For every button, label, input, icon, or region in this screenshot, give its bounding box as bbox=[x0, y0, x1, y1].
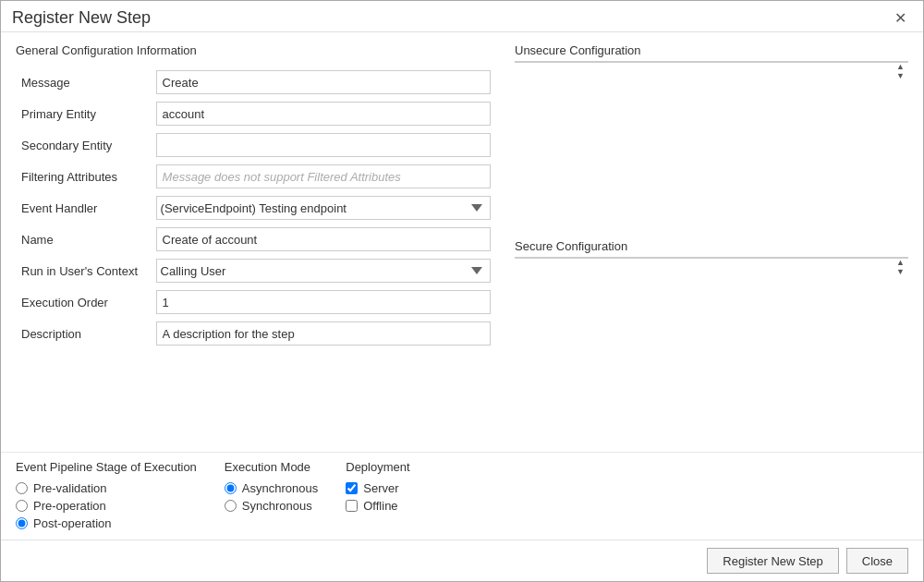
secondary-entity-label: Secondary Entity bbox=[16, 129, 151, 161]
exec-mode-title: Execution Mode bbox=[225, 460, 318, 474]
pipeline-postoperation-radio[interactable] bbox=[16, 517, 28, 529]
deployment-title: Deployment bbox=[346, 460, 409, 474]
main-content: General Configuration Information Messag… bbox=[1, 32, 923, 452]
run-in-context-label: Run in User's Context bbox=[16, 255, 151, 286]
deployment-server[interactable]: Server bbox=[346, 481, 409, 495]
dialog-title: Register New Step bbox=[12, 8, 151, 28]
unsecure-config-box: ▲ ▼ bbox=[515, 61, 908, 63]
pipeline-preoperation-label: Pre-operation bbox=[33, 499, 106, 513]
primary-entity-input[interactable] bbox=[156, 102, 491, 126]
exec-mode-sync-radio[interactable] bbox=[225, 500, 237, 512]
message-label: Message bbox=[16, 67, 151, 98]
bottom-columns: Event Pipeline Stage of Execution Pre-va… bbox=[16, 460, 908, 530]
deployment-server-checkbox[interactable] bbox=[346, 482, 358, 494]
secure-config-box: ▲ ▼ bbox=[515, 257, 908, 259]
run-in-context-row: Run in User's Context Calling User bbox=[16, 255, 496, 286]
pipeline-prevalidation[interactable]: Pre-validation bbox=[16, 481, 197, 495]
unsecure-scroll-down[interactable]: ▼ bbox=[894, 71, 908, 80]
secure-scroll-up[interactable]: ▲ bbox=[894, 258, 908, 267]
close-x-button[interactable]: ✕ bbox=[889, 9, 912, 28]
secondary-entity-row: Secondary Entity bbox=[16, 129, 496, 161]
description-label: Description bbox=[16, 318, 151, 349]
execution-order-label: Execution Order bbox=[16, 286, 151, 318]
exec-mode-async-label: Asynchronous bbox=[242, 481, 318, 495]
pipeline-postoperation[interactable]: Post-operation bbox=[16, 516, 197, 530]
footer: Register New Step Close bbox=[1, 540, 923, 581]
filtering-attributes-label: Filtering Attributes bbox=[16, 161, 151, 192]
pipeline-preoperation[interactable]: Pre-operation bbox=[16, 499, 197, 513]
exec-mode-sync-label: Synchronous bbox=[242, 499, 312, 513]
execution-order-row: Execution Order bbox=[16, 286, 496, 318]
description-input[interactable] bbox=[156, 321, 491, 346]
message-row: Message bbox=[16, 67, 496, 98]
exec-mode-async-radio[interactable] bbox=[225, 482, 237, 494]
exec-mode-section: Execution Mode Asynchronous Synchronous bbox=[225, 460, 318, 530]
name-input[interactable] bbox=[156, 227, 491, 251]
general-config-title: General Configuration Information bbox=[16, 43, 496, 57]
secondary-entity-input[interactable] bbox=[156, 133, 491, 157]
filtering-attributes-row: Filtering Attributes bbox=[16, 161, 496, 192]
name-row: Name bbox=[16, 224, 496, 255]
deployment-offline-label: Offline bbox=[363, 499, 397, 513]
pipeline-prevalidation-radio[interactable] bbox=[16, 482, 28, 494]
pipeline-prevalidation-label: Pre-validation bbox=[33, 481, 107, 495]
unsecure-scroll-up[interactable]: ▲ bbox=[894, 62, 908, 71]
execution-order-input[interactable] bbox=[156, 290, 491, 314]
name-label: Name bbox=[16, 224, 151, 255]
right-panel: Unsecure Configuration ▲ ▼ Secure Config… bbox=[496, 43, 908, 441]
event-handler-row: Event Handler (ServiceEndpoint) Testing … bbox=[16, 192, 496, 224]
bottom-section: Event Pipeline Stage of Execution Pre-va… bbox=[1, 452, 923, 540]
register-new-step-dialog: Register New Step ✕ General Configuratio… bbox=[0, 0, 924, 582]
pipeline-radio-group: Pre-validation Pre-operation Post-operat… bbox=[16, 481, 197, 530]
title-bar: Register New Step ✕ bbox=[1, 1, 923, 32]
close-button[interactable]: Close bbox=[846, 548, 908, 574]
exec-mode-sync[interactable]: Synchronous bbox=[225, 499, 318, 513]
deployment-checkbox-group: Server Offline bbox=[346, 481, 409, 513]
primary-entity-label: Primary Entity bbox=[16, 98, 151, 129]
exec-mode-async[interactable]: Asynchronous bbox=[225, 481, 318, 495]
left-panel: General Configuration Information Messag… bbox=[16, 43, 496, 441]
deployment-section: Deployment Server Offline bbox=[346, 460, 409, 530]
primary-entity-row: Primary Entity bbox=[16, 98, 496, 129]
deployment-offline[interactable]: Offline bbox=[346, 499, 409, 513]
deployment-offline-checkbox[interactable] bbox=[346, 500, 358, 512]
exec-mode-radio-group: Asynchronous Synchronous bbox=[225, 481, 318, 513]
pipeline-preoperation-radio[interactable] bbox=[16, 500, 28, 512]
pipeline-section: Event Pipeline Stage of Execution Pre-va… bbox=[16, 460, 197, 530]
unsecure-config-title: Unsecure Configuration bbox=[515, 43, 908, 57]
secure-config-title: Secure Configuration bbox=[515, 239, 908, 253]
pipeline-title: Event Pipeline Stage of Execution bbox=[16, 460, 197, 474]
pipeline-postoperation-label: Post-operation bbox=[33, 516, 112, 530]
form-table: Message Primary Entity Secondary Entity bbox=[16, 67, 496, 349]
deployment-server-label: Server bbox=[363, 481, 398, 495]
run-in-context-select[interactable]: Calling User bbox=[156, 259, 491, 283]
register-new-step-button[interactable]: Register New Step bbox=[707, 548, 838, 574]
event-handler-label: Event Handler bbox=[16, 192, 151, 224]
message-input[interactable] bbox=[156, 70, 491, 94]
dialog-body: General Configuration Information Messag… bbox=[1, 32, 923, 581]
filtering-attributes-input[interactable] bbox=[156, 164, 491, 188]
secure-scroll-down[interactable]: ▼ bbox=[894, 267, 908, 276]
unsecure-config-section: Unsecure Configuration ▲ ▼ bbox=[515, 43, 908, 228]
secure-config-section: Secure Configuration ▲ ▼ bbox=[515, 239, 908, 406]
description-row: Description bbox=[16, 318, 496, 349]
event-handler-select[interactable]: (ServiceEndpoint) Testing endpoint bbox=[156, 196, 491, 220]
